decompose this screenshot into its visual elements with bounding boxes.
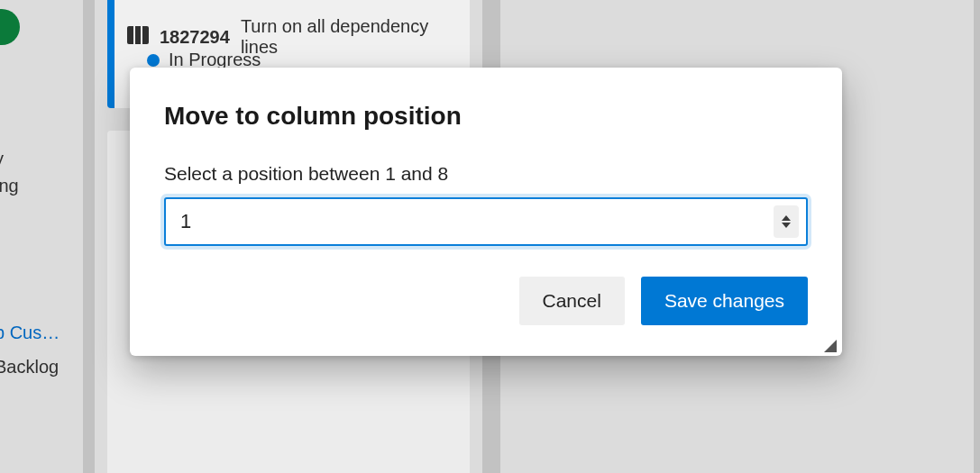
dialog-title: Move to column position bbox=[164, 102, 808, 131]
resize-handle-icon[interactable] bbox=[824, 340, 837, 352]
save-changes-button[interactable]: Save changes bbox=[641, 277, 808, 325]
position-label: Select a position between 1 and 8 bbox=[164, 163, 808, 185]
position-input[interactable] bbox=[164, 197, 808, 246]
modal-overlay: Move to column position Select a positio… bbox=[0, 0, 980, 473]
chevron-up-icon[interactable] bbox=[782, 215, 791, 221]
cancel-button[interactable]: Cancel bbox=[519, 277, 625, 325]
number-stepper[interactable] bbox=[774, 205, 799, 238]
chevron-down-icon[interactable] bbox=[782, 223, 791, 228]
move-to-column-dialog: Move to column position Select a positio… bbox=[130, 68, 842, 356]
